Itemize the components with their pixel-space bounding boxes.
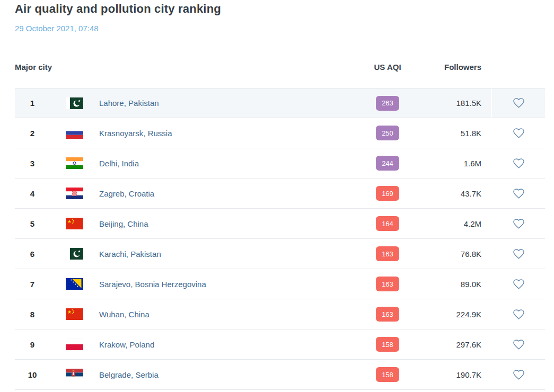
followers-count: 51.8K — [419, 118, 491, 148]
followers-count: 43.7K — [419, 179, 491, 208]
aqi-badge: 250 — [376, 126, 399, 140]
heart-icon — [512, 308, 525, 320]
followers-count: 89.0K — [419, 269, 491, 299]
follow-button[interactable] — [511, 337, 526, 352]
flag-china-icon — [66, 218, 83, 229]
flag-pakistan-icon — [66, 97, 83, 109]
aqi-badge: 163 — [376, 307, 399, 322]
flag-pakistan-icon — [66, 248, 83, 260]
table-header-row: Major city US AQI Followers — [15, 59, 545, 74]
rank-cell: 10 — [15, 360, 50, 389]
flag-china-icon — [66, 308, 83, 320]
table-row[interactable]: 9 Krakow, Poland 158 297.6K — [15, 329, 545, 360]
follow-button[interactable] — [511, 217, 526, 231]
flag-russia-icon — [66, 127, 83, 139]
follow-button[interactable] — [511, 247, 526, 261]
heart-icon — [512, 338, 525, 351]
followers-count: 224.9K — [419, 299, 491, 329]
last-updated-timestamp: 29 October 2021, 07:48 — [15, 24, 99, 33]
city-link[interactable]: Delhi, India — [99, 159, 139, 168]
rank-cell: 8 — [15, 299, 50, 329]
table-row[interactable]: 7 Sarajevo, Bosnia Herzegovina 163 89.0K — [15, 269, 545, 299]
followers-count: 190.7K — [419, 360, 491, 389]
followers-count: 76.8K — [419, 239, 491, 269]
city-link[interactable]: Krasnoyarsk, Russia — [99, 129, 172, 138]
heart-icon — [512, 369, 525, 381]
follow-button[interactable] — [511, 307, 526, 322]
rank-cell: 6 — [15, 239, 50, 269]
city-link[interactable]: Lahore, Pakistan — [99, 99, 159, 108]
column-header-us-aqi: US AQI — [356, 63, 419, 72]
city-link[interactable]: Karachi, Pakistan — [99, 250, 161, 259]
aqi-badge: 158 — [376, 367, 399, 382]
heart-icon — [512, 97, 525, 109]
rank-cell: 2 — [15, 118, 50, 148]
table-row[interactable]: 8 Wuhan, China 163 224.9K — [15, 299, 545, 329]
heart-icon — [512, 218, 525, 230]
air-quality-ranking-page: Air quality and pollution city ranking 2… — [0, 0, 554, 392]
rank-cell: 4 — [15, 179, 50, 208]
aqi-badge: 244 — [376, 156, 399, 171]
heart-icon — [512, 248, 525, 260]
aqi-badge: 158 — [376, 337, 399, 352]
table-row[interactable]: 2 Krasnoyarsk, Russia 250 51.8K — [15, 118, 545, 148]
follow-button[interactable] — [511, 368, 526, 382]
follow-button[interactable] — [511, 186, 526, 201]
city-link[interactable]: Sarajevo, Bosnia Herzegovina — [99, 280, 206, 289]
flag-bosnia-herzegovina-icon — [66, 278, 83, 290]
page-title: Air quality and pollution city ranking — [15, 2, 221, 16]
aqi-badge: 164 — [376, 216, 399, 231]
aqi-badge: 163 — [376, 277, 399, 291]
heart-icon — [512, 127, 525, 139]
column-header-major-city: Major city — [15, 63, 356, 72]
ranking-table: 1 Lahore, Pakistan 263 181.5K 2 Krasnoya… — [15, 88, 545, 390]
table-row[interactable]: 1 Lahore, Pakistan 263 181.5K — [15, 88, 545, 118]
heart-icon — [512, 278, 525, 290]
rank-cell: 3 — [15, 148, 50, 178]
aqi-badge: 263 — [376, 96, 399, 111]
column-header-followers: Followers — [419, 63, 491, 72]
heart-icon — [512, 157, 525, 170]
flag-poland-icon — [66, 338, 83, 350]
rank-cell: 7 — [15, 269, 50, 299]
city-link[interactable]: Beijing, China — [99, 219, 148, 228]
follow-button[interactable] — [511, 277, 526, 291]
rank-cell: 9 — [15, 329, 50, 359]
follow-button[interactable] — [511, 126, 526, 140]
follow-button[interactable] — [511, 156, 526, 171]
heart-icon — [512, 188, 525, 200]
followers-count: 297.6K — [419, 329, 491, 359]
table-row[interactable]: 10 Belgrade, Serbia 158 190.7K — [15, 360, 545, 390]
flag-india-icon — [66, 157, 83, 169]
city-link[interactable]: Zagreb, Croatia — [99, 189, 154, 198]
city-link[interactable]: Belgrade, Serbia — [99, 370, 159, 379]
table-row[interactable]: 3 Delhi, India 244 1.6M — [15, 148, 545, 179]
city-link[interactable]: Wuhan, China — [99, 310, 150, 319]
follow-button[interactable] — [511, 96, 526, 110]
flag-serbia-icon — [66, 369, 83, 380]
aqi-badge: 169 — [376, 186, 399, 201]
followers-count: 4.2M — [419, 209, 491, 238]
rank-cell: 5 — [15, 209, 50, 238]
rank-cell: 1 — [15, 88, 50, 118]
table-row[interactable]: 6 Karachi, Pakistan 163 76.8K — [15, 239, 545, 269]
followers-count: 181.5K — [419, 88, 491, 118]
table-row[interactable]: 5 Beijing, China 164 4.2M — [15, 209, 545, 239]
table-row[interactable]: 4 Zagreb, Croatia 169 43.7K — [15, 179, 545, 209]
city-link[interactable]: Krakow, Poland — [99, 340, 154, 349]
flag-croatia-icon — [66, 188, 83, 199]
followers-count: 1.6M — [419, 148, 491, 178]
aqi-badge: 163 — [376, 246, 399, 261]
